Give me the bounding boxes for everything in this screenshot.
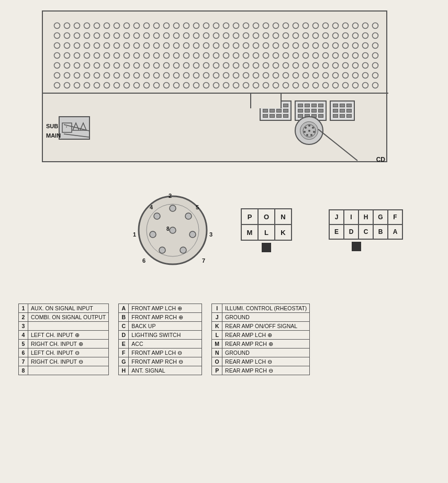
pin-letter: D <box>119 331 129 340</box>
pin-desc: FRONT AMP RCH ⊖ <box>129 357 202 366</box>
pin-desc: REAR AMP RCH ⊖ <box>222 366 310 375</box>
pin <box>333 109 338 113</box>
pin <box>340 109 345 113</box>
table-row: E ACC <box>119 340 202 349</box>
pin-desc: COMBI. ON SIGNAL OUTPUT <box>28 313 109 322</box>
table-row: F FRONT AMP LCH ⊖ <box>119 349 202 357</box>
pin <box>318 114 323 118</box>
pin-letter: F <box>119 349 129 357</box>
pin <box>333 114 338 118</box>
svg-point-7 <box>308 125 310 127</box>
pin <box>263 109 268 113</box>
pin-desc: RIGHT CH. INPUT ⊕ <box>28 340 109 349</box>
pin-num: 6 <box>19 349 28 357</box>
pin-letter: G <box>119 357 129 366</box>
labels-lines <box>42 120 102 147</box>
pin-desc: LEFT CH. INPUT ⊕ <box>28 331 109 340</box>
pin-num: 5 <box>19 340 28 349</box>
din-pin-3-label: 3 <box>209 231 212 238</box>
svg-line-15 <box>318 129 357 161</box>
pin-letter: B <box>119 313 129 322</box>
wiring-table-right: I ILLUMI. CONTROL (RHEOSTAT) J GROUND K … <box>211 304 310 375</box>
svg-point-13 <box>305 127 307 129</box>
pin <box>340 104 345 107</box>
unit-notch <box>250 93 282 108</box>
pin <box>305 104 310 107</box>
pin-desc: BACK UP <box>129 322 202 331</box>
wiring-tables-section: 1 AUX. ON SIGNAL INPUT 2 COMBI. ON SIGNA… <box>18 304 310 375</box>
svg-line-17 <box>64 134 89 137</box>
pin-letter: H <box>119 366 129 375</box>
table-row: H ANT. SIGNAL <box>119 366 202 375</box>
table-row: 1 AUX. ON SIGNAL INPUT <box>19 304 109 313</box>
cell-h: H <box>359 210 373 224</box>
table-row: 6 LEFT CH. INPUT ⊖ <box>19 349 109 357</box>
din-connector-diagram: 4 2 5 1 3 6 7 8 <box>131 188 215 272</box>
wiring-table-left: 1 AUX. ON SIGNAL INPUT 2 COMBI. ON SIGNA… <box>18 304 109 375</box>
vent-area <box>48 17 383 85</box>
pin <box>318 104 323 107</box>
pin <box>298 104 303 107</box>
pin <box>346 114 352 118</box>
pin-num: 1 <box>19 304 28 313</box>
table-row: 2 COMBI. ON SIGNAL OUTPUT <box>19 313 109 322</box>
ponmlk-anchor <box>262 243 271 252</box>
pin-num: 8 <box>19 366 28 375</box>
pin-letter: J <box>212 313 222 322</box>
table-row: A FRONT AMP LCH ⊕ <box>119 304 202 313</box>
cell-m: M <box>241 224 258 240</box>
pin-num: 2 <box>19 313 28 322</box>
cell-k: K <box>275 224 292 240</box>
svg-point-12 <box>304 131 306 133</box>
vent-holes-svg <box>52 21 379 89</box>
cd-label: CD <box>376 156 385 163</box>
pin-desc: AUX. ON SIGNAL INPUT <box>28 304 109 313</box>
svg-point-21 <box>185 213 192 219</box>
svg-point-10 <box>310 134 312 136</box>
svg-point-27 <box>170 227 176 233</box>
pin-desc: REAR AMP RCH ⊕ <box>222 340 310 349</box>
svg-point-23 <box>180 247 186 253</box>
table-row: D LIGHTING SWITCH <box>119 331 202 340</box>
din-pin-4-label: 4 <box>150 204 153 210</box>
cell-e: E <box>329 224 344 239</box>
table-row: 8 <box>19 366 109 375</box>
pin-desc: FRONT AMP LCH ⊕ <box>129 304 202 313</box>
cell-f: F <box>388 210 402 224</box>
pin-desc <box>28 322 109 331</box>
cell-o: O <box>258 209 275 224</box>
connector-jihgfedcba: J I H G F E D C B A <box>329 209 403 251</box>
svg-point-25 <box>150 231 156 238</box>
table-row: M REAR AMP RCH ⊕ <box>212 340 310 349</box>
svg-point-22 <box>189 231 196 238</box>
pin <box>283 109 288 113</box>
svg-point-26 <box>154 213 160 219</box>
pin-desc: ACC <box>129 340 202 349</box>
din-pin-8-label: 8 <box>166 226 170 232</box>
svg-rect-1 <box>52 21 379 89</box>
table-row: G FRONT AMP RCH ⊖ <box>119 357 202 366</box>
table-row: 4 LEFT CH. INPUT ⊕ <box>19 331 109 340</box>
ponmlk-table: P O N M L K <box>241 208 292 241</box>
pin <box>333 104 338 107</box>
table-row: C BACK UP <box>119 322 202 331</box>
pin-desc: LIGHTING SWITCH <box>129 331 202 340</box>
din-pin-7-label: 7 <box>202 257 205 264</box>
table-row: 7 RIGHT CH. INPUT ⊖ <box>19 357 109 366</box>
pin-desc: GROUND <box>222 313 310 322</box>
svg-point-14 <box>308 130 310 132</box>
unit-diagram: SUB MAIN CD <box>42 10 387 178</box>
svg-point-20 <box>170 205 176 211</box>
pin <box>263 114 268 118</box>
cell-d: D <box>344 224 359 239</box>
table-row: N GROUND <box>212 349 310 357</box>
table-row: O REAR AMP LCH ⊖ <box>212 357 310 366</box>
din-pin-1-label: 1 <box>133 231 136 238</box>
pin-letter: E <box>119 340 129 349</box>
pin-desc: LEFT CH. INPUT ⊖ <box>28 349 109 357</box>
cell-a: A <box>388 224 402 239</box>
pin <box>283 104 288 107</box>
jihgf-anchor <box>352 242 361 251</box>
pin <box>270 114 275 118</box>
pin-letter: N <box>212 349 222 357</box>
